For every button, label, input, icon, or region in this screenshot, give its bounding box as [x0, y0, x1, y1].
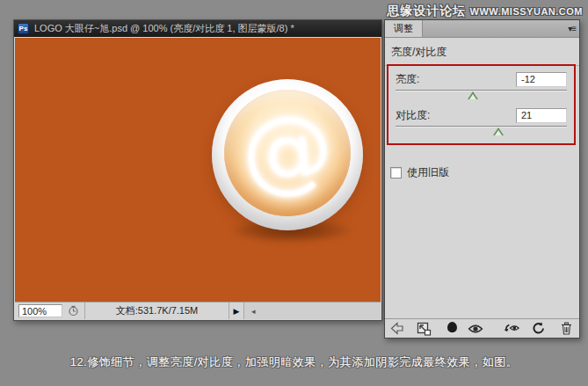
trash-icon[interactable]	[557, 321, 575, 337]
contrast-slider-thumb[interactable]	[493, 127, 504, 135]
horizontal-scrollbar[interactable]: ◂	[243, 302, 381, 319]
timer-icon	[68, 305, 79, 317]
brightness-slider[interactable]	[396, 90, 567, 101]
brightness-slider-track	[396, 90, 567, 91]
adjustments-panel: 调整 ▾≡ 亮度/对比度 亮度: 对比度: 使用旧版	[384, 19, 580, 339]
watermark-site-url: WWW.MISSYUAN.COM	[470, 6, 583, 17]
contrast-slider[interactable]	[396, 126, 567, 137]
brightness-label: 亮度:	[396, 72, 419, 87]
zoom-level-field[interactable]	[18, 304, 62, 317]
tutorial-step-caption: 12.修饰细节，调整亮度/对比度，加强明暗效果，为其添加阴影完成最终效果，如图。	[0, 354, 588, 370]
expanded-view-icon[interactable]	[416, 321, 433, 337]
use-legacy-checkbox[interactable]	[390, 167, 402, 178]
use-legacy-label: 使用旧版	[407, 165, 449, 180]
document-status-bar: 文档:531.7K/7.15M ▶ ◂	[15, 302, 381, 319]
document-titlebar[interactable]: Ps LOGO 大眼仔~旭.psd @ 100% (亮度/对比度 1, 图层蒙版…	[14, 20, 381, 37]
panel-footer-toolbar	[385, 318, 579, 338]
contrast-slider-track	[396, 126, 567, 127]
brightness-value-field[interactable]	[516, 72, 567, 87]
image-canvas[interactable]: @	[15, 38, 381, 302]
document-title: LOGO 大眼仔~旭.psd @ 100% (亮度/对比度 1, 图层蒙版/8)…	[34, 22, 294, 35]
brightness-row: 亮度:	[396, 70, 567, 88]
sphere-inner-glow: @	[224, 90, 351, 216]
contrast-row: 对比度:	[396, 106, 567, 124]
logo-sphere: @	[212, 79, 363, 230]
clip-to-layer-icon[interactable]	[444, 321, 461, 337]
visibility-eye-icon[interactable]	[467, 321, 484, 337]
document-size-info[interactable]: 文档:531.7K/7.15M	[84, 302, 229, 319]
site-watermark: 思缘设计论坛 WWW.MISSYUAN.COM	[387, 3, 583, 19]
scroll-left-arrow-icon[interactable]: ◂	[251, 307, 256, 316]
panel-tab-bar: 调整 ▾≡	[385, 20, 579, 38]
previous-state-icon[interactable]	[504, 321, 521, 337]
watermark-forum-name: 思缘设计论坛	[387, 4, 466, 18]
back-arrow-icon[interactable]	[389, 321, 407, 337]
reset-icon[interactable]	[529, 321, 547, 337]
contrast-label: 对比度:	[396, 108, 430, 123]
adjustment-type-title: 亮度/对比度	[385, 38, 579, 65]
photoshop-app-icon: Ps	[18, 23, 29, 34]
tab-adjustments[interactable]: 调整	[385, 20, 423, 37]
contrast-value-field[interactable]	[516, 108, 567, 123]
document-window: Ps LOGO 大眼仔~旭.psd @ 100% (亮度/对比度 1, 图层蒙版…	[13, 19, 382, 321]
tutorial-highlight-box: 亮度: 对比度:	[387, 64, 576, 145]
brightness-slider-thumb[interactable]	[468, 91, 478, 99]
at-symbol: @	[237, 100, 337, 200]
status-bar-expand-arrow[interactable]: ▶	[229, 302, 243, 319]
panel-menu-icon[interactable]: ▾≡	[568, 20, 576, 37]
use-legacy-row: 使用旧版	[390, 165, 449, 180]
